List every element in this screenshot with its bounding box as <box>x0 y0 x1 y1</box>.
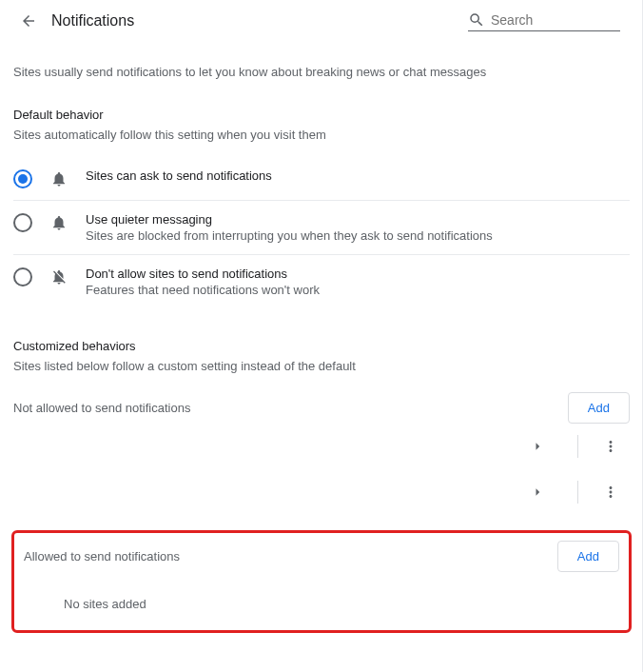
allowed-section-highlight: Allowed to send notifications Add No sit… <box>11 530 632 633</box>
option-description: Features that need notifications won't w… <box>86 283 630 297</box>
not-allowed-title: Not allowed to send notifications <box>13 401 190 415</box>
radio-button[interactable] <box>13 169 32 188</box>
no-sites-text: No sites added <box>64 597 619 611</box>
search-field[interactable] <box>468 11 620 31</box>
bell-icon <box>49 213 68 232</box>
more-vert-icon <box>602 438 619 455</box>
option-dont-allow[interactable]: Don't allow sites to send notifications … <box>13 255 630 308</box>
option-quieter-messaging[interactable]: Use quieter messaging Sites are blocked … <box>13 201 630 255</box>
option-sites-can-ask[interactable]: Sites can ask to send notifications <box>13 157 630 201</box>
allowed-title: Allowed to send notifications <box>24 549 180 563</box>
expand-button[interactable] <box>522 477 553 507</box>
add-allowed-button[interactable]: Add <box>557 541 619 572</box>
default-behavior-title: Default behavior <box>13 108 630 122</box>
default-behavior-subtitle: Sites automatically follow this setting … <box>13 128 630 142</box>
arrow-left-icon <box>20 12 37 30</box>
page-title: Notifications <box>51 12 468 30</box>
chevron-right-icon <box>529 484 546 501</box>
not-allowed-header: Not allowed to send notifications Add <box>13 392 630 424</box>
radio-button[interactable] <box>13 267 32 287</box>
site-row <box>13 424 630 469</box>
divider <box>577 435 578 458</box>
divider <box>577 481 578 504</box>
allowed-header: Allowed to send notifications Add <box>24 541 619 572</box>
site-row <box>13 469 630 515</box>
back-button[interactable] <box>13 6 44 36</box>
option-label: Use quieter messaging <box>86 212 630 227</box>
option-description: Sites are blocked from interrupting you … <box>86 228 630 243</box>
chevron-right-icon <box>529 438 546 455</box>
bell-off-icon <box>49 267 68 287</box>
option-label: Don't allow sites to send notifications <box>86 267 630 281</box>
customized-subtitle: Sites listed below follow a custom setti… <box>13 359 630 373</box>
option-label: Sites can ask to send notifications <box>86 168 630 183</box>
not-allowed-list <box>13 424 630 515</box>
search-input[interactable] <box>491 12 620 28</box>
expand-button[interactable] <box>522 431 553 462</box>
bell-icon <box>49 169 68 188</box>
search-icon <box>468 11 485 29</box>
page-header: Notifications <box>0 0 643 42</box>
customized-title: Customized behaviors <box>13 339 630 353</box>
intro-text: Sites usually send notifications to let … <box>13 65 630 79</box>
radio-button[interactable] <box>13 213 32 232</box>
more-button[interactable] <box>595 477 626 507</box>
add-not-allowed-button[interactable]: Add <box>568 392 630 424</box>
more-button[interactable] <box>595 431 626 462</box>
more-vert-icon <box>602 484 619 501</box>
